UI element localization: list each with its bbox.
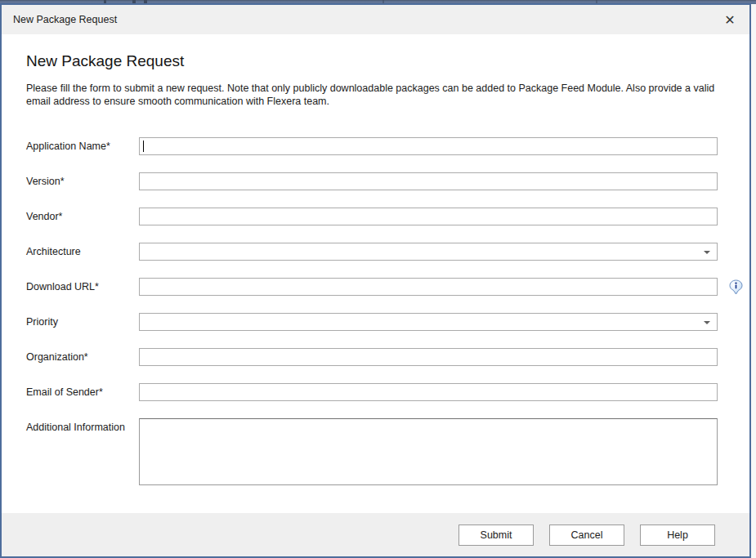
dialog-titlebar[interactable]: New Package Request ✕ (2, 5, 749, 34)
new-package-request-dialog: New Package Request ✕ New Package Reques… (0, 3, 751, 558)
request-form: Application Name* Version* Vendor* (26, 137, 718, 485)
submit-button[interactable]: Submit (459, 525, 534, 546)
application-name-input[interactable] (139, 137, 718, 155)
dialog-content: New Package Request Please fill the form… (2, 34, 749, 513)
vendor-label: Vendor* (26, 208, 139, 222)
priority-label: Priority (26, 313, 139, 328)
form-row-additional-information: Additional Information (26, 418, 718, 485)
info-balloon-icon[interactable] (729, 279, 743, 295)
chevron-down-icon (704, 251, 710, 254)
additional-information-textarea[interactable] (139, 418, 718, 485)
dialog-title: New Package Request (13, 14, 117, 25)
version-label: Version* (26, 172, 139, 187)
chevron-down-icon (704, 321, 710, 324)
form-row-version: Version* (26, 172, 718, 190)
form-row-download-url: Download URL* (26, 278, 718, 296)
form-row-architecture: Architecture (26, 243, 718, 261)
help-button[interactable]: Help (640, 525, 715, 546)
close-icon[interactable]: ✕ (718, 8, 741, 31)
organization-label: Organization* (26, 348, 139, 363)
vendor-input[interactable] (139, 208, 718, 225)
architecture-dropdown[interactable] (139, 243, 718, 261)
priority-dropdown[interactable] (139, 313, 718, 331)
organization-input[interactable] (139, 348, 718, 366)
form-description: Please fill the form to submit a new req… (26, 82, 718, 108)
page-title: New Package Request (26, 52, 718, 70)
form-row-organization: Organization* (26, 348, 718, 366)
download-url-label: Download URL* (26, 278, 139, 292)
text-caret (143, 141, 144, 152)
dialog-footer: Submit Cancel Help (2, 513, 749, 556)
form-row-application-name: Application Name* (26, 137, 718, 155)
form-row-vendor: Vendor* (26, 208, 718, 225)
architecture-label: Architecture (26, 243, 139, 257)
application-name-label: Application Name* (26, 137, 139, 152)
priority-dropdown-value (140, 316, 148, 328)
download-url-input[interactable] (139, 278, 718, 296)
email-of-sender-label: Email of Sender* (26, 383, 139, 398)
email-of-sender-input[interactable] (139, 383, 718, 401)
cancel-button[interactable]: Cancel (549, 525, 624, 546)
version-input[interactable] (139, 172, 718, 190)
form-row-priority: Priority (26, 313, 718, 331)
additional-information-label: Additional Information (26, 418, 139, 433)
architecture-dropdown-value (140, 246, 148, 257)
form-row-email-of-sender: Email of Sender* (26, 383, 718, 401)
